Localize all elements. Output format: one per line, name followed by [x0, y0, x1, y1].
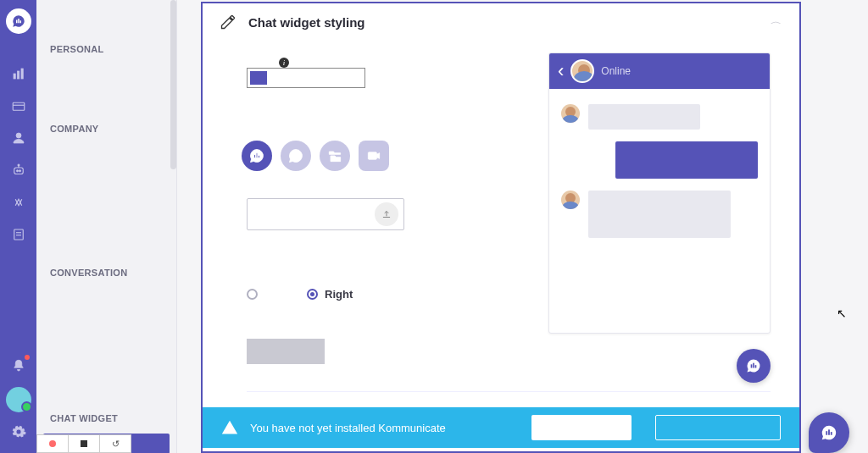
message-bubble: [615, 141, 758, 179]
nav-integrations-icon[interactable]: [9, 193, 28, 212]
settings-sidebar: PERSONAL COMPANY CONVERSATION CHAT WIDGE…: [36, 0, 177, 453]
position-right-label: Right: [325, 288, 353, 301]
back-icon[interactable]: ‹: [558, 62, 564, 80]
launcher-option-chat-bars[interactable]: [242, 141, 272, 171]
notifications-icon[interactable]: [9, 356, 28, 375]
agent-status: Online: [601, 65, 631, 77]
nav-bot-icon[interactable]: [9, 161, 28, 180]
svg-rect-5: [21, 69, 23, 79]
radio-icon: [247, 289, 258, 300]
pencil-icon: [220, 14, 236, 30]
brand-logo[interactable]: [6, 8, 31, 34]
stop-button[interactable]: [69, 435, 100, 452]
svg-rect-21: [751, 364, 753, 367]
svg-rect-24: [826, 431, 827, 435]
svg-rect-22: [753, 363, 754, 368]
nav-conversations-icon[interactable]: [9, 97, 28, 115]
settings-icon[interactable]: [9, 423, 28, 441]
panel-title: Chat widget styling: [248, 15, 365, 30]
launcher-option-speech[interactable]: [281, 141, 311, 171]
message-bubble: [588, 191, 731, 238]
chat-widget-preview: ‹ Online: [548, 52, 771, 334]
color-swatch: [250, 71, 267, 85]
preview-launcher-button[interactable]: [737, 349, 771, 383]
install-notice-bar: You have not yet installed Kommunicate: [203, 407, 799, 448]
nav-dashboard-icon[interactable]: [9, 64, 28, 83]
svg-rect-17: [254, 154, 256, 157]
svg-rect-25: [828, 429, 830, 434]
mouse-cursor: ↖: [837, 307, 847, 320]
icon-rail: [0, 0, 36, 453]
svg-rect-2: [19, 20, 21, 23]
preview-header: ‹ Online: [549, 53, 770, 89]
collapse-icon[interactable]: ︿: [771, 18, 782, 27]
restart-button[interactable]: ↺: [100, 435, 131, 452]
custom-icon-upload[interactable]: [247, 198, 404, 230]
radio-icon: [307, 289, 318, 300]
svg-rect-20: [368, 152, 376, 159]
sidebar-group-chat-widget: CHAT WIDGET: [36, 401, 176, 430]
disabled-action-button: [247, 339, 325, 364]
sidebar-group-conversation: CONVERSATION: [36, 256, 176, 285]
position-left-option[interactable]: [247, 289, 264, 300]
info-icon[interactable]: i: [279, 58, 289, 68]
position-radio-group: Right: [247, 288, 353, 301]
svg-rect-14: [14, 229, 23, 240]
page-chat-launcher[interactable]: [809, 412, 849, 453]
notice-secondary-button[interactable]: [655, 415, 781, 440]
chat-widget-styling-panel: Chat widget styling ︿ i Right: [201, 2, 801, 453]
svg-rect-23: [755, 365, 757, 367]
svg-rect-1: [18, 19, 19, 23]
agent-avatar: [570, 59, 594, 83]
outgoing-message: [561, 141, 758, 179]
message-avatar: [561, 191, 580, 209]
svg-rect-4: [17, 71, 19, 79]
notice-primary-button[interactable]: [531, 415, 632, 440]
svg-rect-19: [259, 155, 260, 157]
svg-point-8: [16, 133, 21, 138]
nav-users-icon[interactable]: [9, 129, 28, 147]
svg-rect-26: [831, 432, 832, 435]
notice-text: You have not yet installed Kommunicate: [250, 422, 446, 434]
sidebar-group-company: COMPANY: [36, 112, 176, 141]
notification-badge: [25, 355, 30, 360]
svg-point-10: [16, 170, 18, 172]
incoming-message: [561, 104, 758, 130]
section-divider: [247, 391, 771, 392]
svg-point-11: [19, 170, 20, 172]
sidebar-group-personal: PERSONAL: [36, 32, 176, 61]
svg-rect-18: [256, 153, 258, 158]
launcher-option-folders[interactable]: [320, 141, 350, 171]
position-right-option[interactable]: Right: [307, 288, 353, 301]
upload-icon: [381, 208, 392, 220]
svg-rect-6: [13, 102, 25, 110]
message-bubble: [588, 104, 700, 130]
sidebar-scrollbar[interactable]: [170, 0, 176, 169]
incoming-message: [561, 191, 758, 238]
panel-header[interactable]: Chat widget styling ︿: [203, 3, 799, 41]
svg-rect-3: [14, 74, 15, 79]
launcher-option-video[interactable]: [359, 141, 389, 171]
screen-recorder-toolbar: ↺: [36, 434, 131, 453]
nav-docs-icon[interactable]: [9, 225, 28, 244]
message-avatar: [561, 104, 580, 123]
user-avatar[interactable]: [6, 387, 31, 412]
warning-icon: [221, 419, 238, 436]
svg-rect-0: [16, 20, 18, 24]
record-button[interactable]: [37, 435, 69, 452]
launcher-icon-options: [242, 141, 389, 171]
primary-color-input[interactable]: [247, 68, 365, 88]
svg-point-13: [17, 164, 19, 166]
